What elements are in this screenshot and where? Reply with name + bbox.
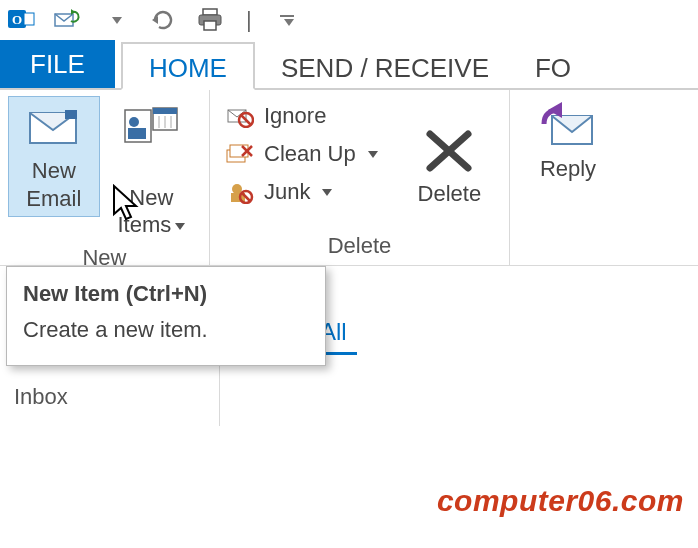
svg-rect-13 <box>128 128 146 139</box>
svg-rect-10 <box>65 110 77 119</box>
svg-point-12 <box>129 117 139 127</box>
junk-icon <box>224 178 256 206</box>
chevron-down-icon <box>322 189 332 196</box>
tab-folder[interactable]: FO <box>515 40 597 88</box>
delete-x-icon <box>417 121 481 181</box>
qat-separator: | <box>242 7 256 33</box>
tooltip-title: New Item (Ctrl+N) <box>23 281 309 307</box>
tab-send-receive[interactable]: SEND / RECEIVE <box>255 40 515 88</box>
delete-button[interactable]: Delete <box>398 96 501 231</box>
cleanup-label: Clean Up <box>264 141 356 167</box>
chevron-down-icon <box>175 223 185 230</box>
reply-label: Reply <box>540 156 596 182</box>
tab-file[interactable]: FILE <box>0 40 115 88</box>
svg-text:O: O <box>12 12 22 27</box>
qat-customize-button[interactable] <box>270 3 304 37</box>
qat-print-button[interactable] <box>194 3 228 37</box>
new-items-icon <box>121 100 181 152</box>
chevron-down-icon <box>112 17 122 24</box>
ribbon-group-respond: Reply <box>510 90 698 265</box>
group-delete-label: Delete <box>218 231 501 263</box>
new-items-label: New Items <box>117 156 185 239</box>
svg-rect-6 <box>203 9 217 15</box>
cleanup-button[interactable]: Clean Up <box>218 138 384 170</box>
folder-inbox[interactable]: Inbox <box>14 384 68 410</box>
title-bar: O | <box>0 0 698 40</box>
tooltip-new-item: New Item (Ctrl+N) Create a new item. <box>6 266 326 366</box>
ribbon-group-new: New Email New Items <box>0 90 210 265</box>
svg-rect-8 <box>204 21 216 30</box>
tab-home[interactable]: HOME <box>121 42 255 90</box>
ribbon: New Email New Items <box>0 90 698 266</box>
content-area: Inbox Sea All New Item (Ctrl+N) Create a… <box>0 266 698 426</box>
reply-icon <box>536 96 600 156</box>
mail-icon <box>24 101 84 153</box>
ignore-label: Ignore <box>264 103 326 129</box>
outlook-app-icon: O <box>6 5 36 35</box>
junk-label: Junk <box>264 179 310 205</box>
qat-send-receive-button[interactable] <box>50 3 84 37</box>
qat-dropdown-button[interactable] <box>98 3 132 37</box>
reply-button[interactable]: Reply <box>518 96 618 182</box>
cleanup-icon <box>224 140 256 168</box>
delete-label: Delete <box>418 181 482 207</box>
junk-button[interactable]: Junk <box>218 176 384 208</box>
chevron-down-icon <box>284 19 294 26</box>
group-respond-label <box>518 231 698 263</box>
new-email-label: New Email <box>26 157 81 212</box>
tooltip-description: Create a new item. <box>23 317 309 343</box>
ribbon-group-delete: Ignore Clean Up Junk <box>210 90 510 265</box>
ribbon-tabs: FILE HOME SEND / RECEIVE FO <box>0 40 698 90</box>
ignore-icon <box>224 102 256 130</box>
chevron-down-icon <box>368 151 378 158</box>
new-email-button[interactable]: New Email <box>8 96 100 217</box>
new-items-button[interactable]: New Items <box>102 96 201 243</box>
ignore-button[interactable]: Ignore <box>218 100 384 132</box>
qat-undo-button[interactable] <box>146 3 180 37</box>
watermark-text: computer06.com <box>437 484 684 518</box>
svg-rect-15 <box>153 108 177 114</box>
svg-rect-2 <box>24 13 34 25</box>
